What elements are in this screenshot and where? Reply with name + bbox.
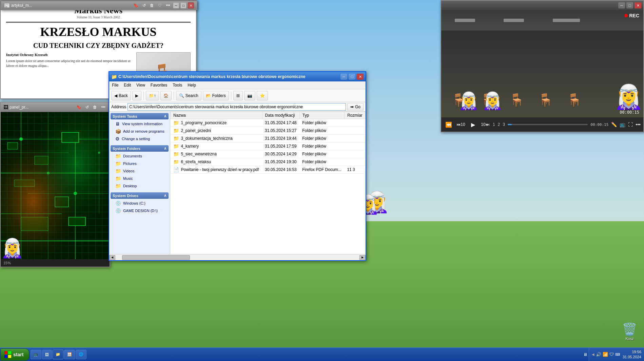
file-size-cell <box>344 150 365 158</box>
menu-edit[interactable]: Edit <box>121 82 134 88</box>
news-toolbar-icon-2[interactable]: ↺ <box>141 3 147 8</box>
h-scroll-left-btn[interactable]: ◀ <box>109 255 115 260</box>
table-row[interactable]: 📄 Powitanie - twoj pierwszy dzień w prac… <box>171 166 366 174</box>
view-system-info-item[interactable]: 🖥 View system information <box>111 120 169 128</box>
fullscreen-icon[interactable]: ⛶ <box>628 122 633 127</box>
expand-tray-icon[interactable]: ◀ <box>592 353 594 356</box>
news-close-button[interactable]: ✕ <box>188 2 194 8</box>
news-title-text: artykuł_m... <box>11 3 131 8</box>
keyboard-icon[interactable]: ⌨ <box>615 353 620 356</box>
address-input[interactable] <box>128 103 346 111</box>
pencil-icon[interactable]: ✏️ <box>611 122 617 127</box>
search-button[interactable]: 🔍 Search <box>176 91 201 100</box>
system-folders-header[interactable]: System Folders ∧ <box>111 145 169 152</box>
desktop-folder-item[interactable]: 📁 Desktop <box>111 182 169 190</box>
panel-toolbar-icon-3[interactable]: 🗑 <box>92 105 98 110</box>
menu-help[interactable]: Help <box>185 82 199 88</box>
news-institution: Instytut Ochrony Krzeseb <box>6 52 131 57</box>
recycle-bin[interactable]: 🗑️ Kosz <box>622 322 637 341</box>
screen-icon[interactable]: 📺 <box>620 122 625 127</box>
add-remove-programs-item[interactable]: 📦 Add or remove programs <box>111 128 169 135</box>
panel-image-content: 🧝‍♀️ <box>1 112 110 259</box>
h-scroll-thumb[interactable] <box>122 255 190 260</box>
table-row[interactable]: 📁 4_kamery 31.05.2024 17:59 Folder plikó… <box>171 142 366 150</box>
h-scroll-right-btn[interactable]: ▶ <box>359 255 366 260</box>
video-maximize-button[interactable]: □ <box>626 2 633 8</box>
video-forward10-button[interactable]: 10⏭ <box>481 120 490 129</box>
taskbar-ie-item[interactable]: 🌐 <box>76 350 86 359</box>
video-play-button[interactable]: ▶ <box>468 120 478 129</box>
table-row[interactable]: 📁 6_strefa_relaksu 31.05.2024 19:30 Fold… <box>171 158 366 166</box>
documents-folder-item[interactable]: 📁 Documents <box>111 152 169 160</box>
panel-toolbar-icon-4[interactable]: ••• <box>100 105 107 110</box>
taskbar-windows-item[interactable]: 🪟 <box>64 350 75 359</box>
explorer-close-button[interactable]: ✕ <box>357 74 364 80</box>
desktop: 🌐 Internet 🖥️ Moj Komputer 🔑 Podpowiedzi… <box>0 0 644 361</box>
taskbar-folder-item[interactable]: 📁 <box>53 350 63 359</box>
col-nazwa[interactable]: Nazwa <box>171 112 262 119</box>
system-folders-collapse-icon: ∧ <box>164 146 167 151</box>
file-type-cell: Folder plików <box>299 127 344 135</box>
security-icon[interactable]: 🛡 <box>609 352 614 357</box>
menu-view[interactable]: View <box>134 82 148 88</box>
video-progress-bar[interactable] <box>508 124 588 125</box>
col-rozmiar[interactable]: Rozmiar <box>344 112 365 119</box>
system-drives-header[interactable]: System Drives ∧ <box>111 192 169 199</box>
office-chair-5: 🪑 <box>567 93 582 107</box>
pictures-icon: 📁 <box>115 161 121 166</box>
more-options-icon[interactable]: ••• <box>636 122 641 127</box>
pictures-folder-item[interactable]: 📁 Pictures <box>111 160 169 167</box>
taskbar-photo-icon-item[interactable]: 🖼 <box>42 350 52 359</box>
news-toolbar-icon-3[interactable]: 🗑 <box>149 3 155 8</box>
volume-icon[interactable]: 🔊 <box>596 352 601 357</box>
table-row[interactable]: 📁 1_programy_pomocnicze 31.05.2024 17:48… <box>171 119 366 127</box>
menu-tools[interactable]: Tools <box>170 82 185 88</box>
panel-toolbar-icon-1[interactable]: 🔖 <box>75 105 83 110</box>
network-icon[interactable]: 📶 <box>603 352 608 357</box>
speed-1[interactable]: 1 <box>493 122 495 127</box>
videos-folder-item[interactable]: 📁 Videos <box>111 167 169 175</box>
start-label: start <box>13 352 23 357</box>
game-design-d-drive-item[interactable]: 💿 GAME DESIGN (D:\) <box>111 207 169 214</box>
file-name-cell: 📁 4_kamery <box>171 142 262 150</box>
menu-favorites[interactable]: Favorites <box>148 82 170 88</box>
video-minimize-button[interactable]: ─ <box>618 2 625 8</box>
forward-button[interactable]: ▶ <box>132 91 141 100</box>
table-row[interactable]: 📁 2_panel_przedni 31.05.2024 15:27 Folde… <box>171 127 366 135</box>
show-desktop-button[interactable]: 🖥 <box>582 352 589 357</box>
video-close-button[interactable]: ✕ <box>635 2 641 8</box>
explorer-maximize-button[interactable]: □ <box>349 74 355 80</box>
home-button[interactable]: 🏠 <box>160 91 172 100</box>
media-button[interactable]: 📷 <box>244 91 255 100</box>
speed-3[interactable]: 3 <box>503 122 505 127</box>
news-toolbar-icon-5[interactable]: ••• <box>164 3 172 8</box>
favorites-star-button[interactable]: ⭐ <box>257 91 268 100</box>
folders-button[interactable]: 📂 Folders <box>203 91 229 100</box>
go-button[interactable]: ➡ Go <box>347 103 364 111</box>
system-tasks-header[interactable]: System Tasks ∧ <box>111 113 169 119</box>
windows-c-drive-item[interactable]: 💿 Windows (C:) <box>111 200 169 207</box>
table-row[interactable]: 📁 5_siec_wewnetrzna 30.05.2024 14:29 Fol… <box>171 150 366 158</box>
news-toolbar-icon-4[interactable]: ♡ <box>157 3 163 8</box>
back-button[interactable]: ◀ Back <box>111 91 131 100</box>
music-folder-item[interactable]: 📁 Music <box>111 175 169 182</box>
explorer-minimize-button[interactable]: ─ <box>340 74 347 80</box>
speed-2[interactable]: 2 <box>498 122 500 127</box>
video-back10-button[interactable]: ⏮10 <box>456 120 466 129</box>
change-setting-item[interactable]: ⚙ Change a setting <box>111 135 169 142</box>
video-rewind-button[interactable]: ⏪ <box>444 120 453 129</box>
panel-toolbar-icon-2[interactable]: ↺ <box>84 105 90 110</box>
miku-in-video-right: 🧝‍♀️ <box>614 83 643 111</box>
news-toolbar-icon-1[interactable]: 🔖 <box>132 3 140 8</box>
up-folder-button[interactable]: 📁↑ <box>146 91 159 100</box>
col-typ[interactable]: Typ <box>299 112 344 119</box>
news-maximize-button[interactable]: □ <box>180 2 187 8</box>
view-button[interactable]: ⊞ <box>233 91 243 100</box>
news-minimize-button[interactable]: ─ <box>173 2 179 8</box>
start-button[interactable]: start <box>1 348 29 361</box>
taskbar-media-player-item[interactable]: 📺 <box>31 350 41 359</box>
col-data[interactable]: Data modyfikacji <box>262 112 299 119</box>
file-size-cell <box>344 119 365 127</box>
table-row[interactable]: 📁 3_dokumentacja_techniczna 31.05.2024 1… <box>171 135 366 142</box>
menu-file[interactable]: File <box>109 82 121 88</box>
